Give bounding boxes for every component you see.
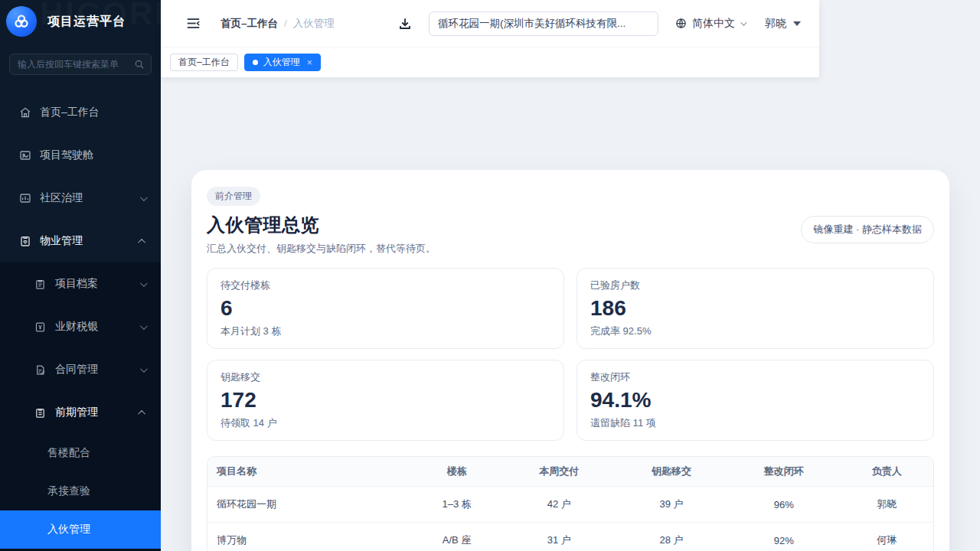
collapse-menu-icon[interactable]	[186, 17, 201, 30]
sidebar-item-label: 社区治理	[40, 191, 140, 205]
tab-label: 首页–工作台	[178, 56, 230, 69]
cell-weekly-delivery: 42 户	[503, 487, 616, 523]
close-icon[interactable]: ×	[307, 57, 312, 68]
cell-rectification: 92%	[727, 523, 840, 551]
topbar: 首页–工作台 / 入伙管理 简体中文	[161, 0, 819, 47]
table-header-row: 项目名称 楼栋 本周交付 钥匙移交 整改闭环 负责人	[207, 457, 933, 487]
clipboard-icon	[34, 279, 47, 290]
chevron-down-icon	[140, 365, 148, 373]
sidebar-item-sales-support[interactable]: 售楼配合	[0, 434, 161, 472]
breadcrumb-current: 入伙管理	[293, 17, 335, 31]
stat-label: 整改闭环	[590, 370, 920, 384]
contract-pen-icon	[34, 364, 47, 376]
sidebar-item-finance-tax[interactable]: 业财税银	[0, 305, 161, 348]
stat-subtext: 遗留缺陷 11 项	[590, 416, 920, 430]
app-logo-icon	[6, 6, 37, 37]
clipboard-icon	[34, 407, 47, 419]
stat-card-rectification-closure: 整改闭环 94.1% 遗留缺陷 11 项	[577, 360, 934, 441]
cell-buildings: 1–3 栋	[410, 487, 502, 523]
table-row: 博万物 A/B 座 31 户 28 户 92% 何琳	[207, 523, 933, 551]
stat-subtext: 待领取 14 户	[220, 416, 550, 430]
stat-subtext: 完成率 92.5%	[590, 324, 920, 338]
chevron-down-icon	[140, 279, 148, 287]
card-header-left: 前介管理 入伙管理总览 汇总入伙交付、钥匙移交与缺陷闭环，替代等待页。	[207, 187, 436, 256]
module-badge: 前介管理	[207, 187, 260, 206]
col-buildings: 楼栋	[410, 457, 502, 487]
sidebar-search	[9, 54, 152, 75]
download-icon[interactable]	[398, 17, 412, 31]
tab-movein-management[interactable]: 入伙管理 ×	[244, 54, 321, 71]
stats-grid: 待交付楼栋 6 本月计划 3 栋 已验房户数 186 完成率 92.5% 钥匙移…	[207, 268, 934, 441]
stat-card-pending-buildings: 待交付楼栋 6 本月计划 3 栋	[207, 268, 564, 349]
sidebar-item-handover-inspection[interactable]: 承接查验	[0, 472, 161, 510]
globe-icon	[675, 18, 687, 29]
chevron-down-icon	[740, 19, 746, 25]
dashboard-icon	[18, 149, 31, 161]
breadcrumb-root[interactable]: 首页–工作台	[220, 17, 278, 31]
tab-bar: 首页–工作台 入伙管理 ×	[161, 47, 819, 77]
cell-owner: 郭晓	[840, 487, 933, 523]
stat-card-key-handover: 钥匙移交 172 待领取 14 户	[207, 360, 564, 441]
finance-yuan-icon	[34, 321, 47, 333]
projects-table: 项目名称 楼栋 本周交付 钥匙移交 整改闭环 负责人 循环花园一期 1–3 栋 …	[207, 456, 934, 551]
stat-label: 钥匙移交	[220, 370, 550, 384]
sidebar-item-project-archive[interactable]: 项目档案	[0, 262, 161, 305]
col-project-name: 项目名称	[207, 457, 410, 487]
header-block: 首页–工作台 / 入伙管理 简体中文	[161, 0, 819, 77]
sidebar-item-label: 售楼配合	[47, 446, 145, 460]
sidebar-item-home-workbench[interactable]: 首页–工作台	[0, 91, 161, 134]
sidebar-menu: 首页–工作台 项目驾驶舱 社区治理	[0, 91, 161, 262]
cell-weekly-delivery: 31 户	[503, 523, 616, 551]
stat-value: 94.1%	[590, 388, 920, 412]
sidebar-item-label: 业财税银	[55, 320, 140, 334]
sidebar-item-label: 项目驾驶舱	[40, 148, 145, 162]
topbar-right-group: 简体中文 郭晓	[398, 11, 801, 36]
cell-project-name: 博万物	[207, 523, 410, 551]
sidebar-item-movein-management[interactable]: 入伙管理	[0, 510, 161, 549]
caret-down-icon	[793, 21, 801, 26]
breadcrumb: 首页–工作台 / 入伙管理	[220, 17, 335, 31]
active-dot-icon	[253, 60, 258, 65]
cell-key-handover: 28 户	[616, 523, 728, 551]
logo-row: 项目运营平台	[0, 0, 161, 43]
menu-search-input[interactable]	[9, 54, 152, 75]
cell-key-handover: 39 户	[616, 487, 728, 523]
sidebar-item-property-management[interactable]: 物业管理	[0, 220, 161, 262]
col-owner: 负责人	[840, 457, 933, 487]
stat-label: 已验房户数	[590, 279, 920, 292]
sidebar-submenu: 项目档案 业财税银 合同管理	[0, 262, 161, 551]
card-header: 前介管理 入伙管理总览 汇总入伙交付、钥匙移交与缺陷闭环，替代等待页。 镜像重建…	[207, 187, 934, 256]
user-name: 郭晓	[765, 17, 786, 31]
stat-subtext: 本月计划 3 栋	[220, 324, 550, 338]
language-switcher[interactable]: 简体中文	[675, 17, 745, 31]
sidebar-item-community-governance[interactable]: 社区治理	[0, 177, 161, 220]
user-menu[interactable]: 郭晓	[765, 17, 801, 31]
sidebar: HICORE 项目运营平台 首页–工作台	[0, 0, 161, 551]
chevron-down-icon	[140, 194, 148, 201]
breadcrumb-separator: /	[284, 18, 287, 29]
sidebar-item-label: 物业管理	[40, 234, 140, 248]
project-select-input[interactable]	[429, 11, 658, 36]
stat-value: 186	[590, 296, 920, 321]
sidebar-item-label: 合同管理	[55, 363, 140, 377]
clipboard-heart-icon	[18, 235, 31, 247]
stat-value: 172	[220, 388, 550, 412]
sidebar-item-early-stage[interactable]: 前期管理	[0, 391, 161, 434]
tab-home-workbench[interactable]: 首页–工作台	[170, 54, 238, 71]
stat-card-inspected-households: 已验房户数 186 完成率 92.5%	[577, 268, 934, 349]
sidebar-item-contract-management[interactable]: 合同管理	[0, 348, 161, 391]
table-row: 循环花园一期 1–3 栋 42 户 39 户 96% 郭晓	[207, 487, 933, 523]
col-key-handover: 钥匙移交	[616, 457, 728, 487]
page-title: 入伙管理总览	[207, 213, 436, 237]
sidebar-item-label: 前期管理	[55, 406, 140, 419]
app-title: 项目运营平台	[47, 14, 126, 30]
stat-value: 6	[220, 296, 550, 321]
cell-buildings: A/B 座	[410, 523, 502, 551]
col-rectification: 整改闭环	[727, 457, 840, 487]
home-icon	[18, 106, 31, 119]
cell-project-name: 循环花园一期	[207, 487, 410, 523]
mirror-rebuild-button[interactable]: 镜像重建 · 静态样本数据	[801, 216, 934, 243]
sidebar-item-project-cockpit[interactable]: 项目驾驶舱	[0, 134, 161, 177]
sidebar-item-label: 项目档案	[55, 277, 140, 291]
overview-card: 前介管理 入伙管理总览 汇总入伙交付、钥匙移交与缺陷闭环，替代等待页。 镜像重建…	[191, 170, 949, 551]
